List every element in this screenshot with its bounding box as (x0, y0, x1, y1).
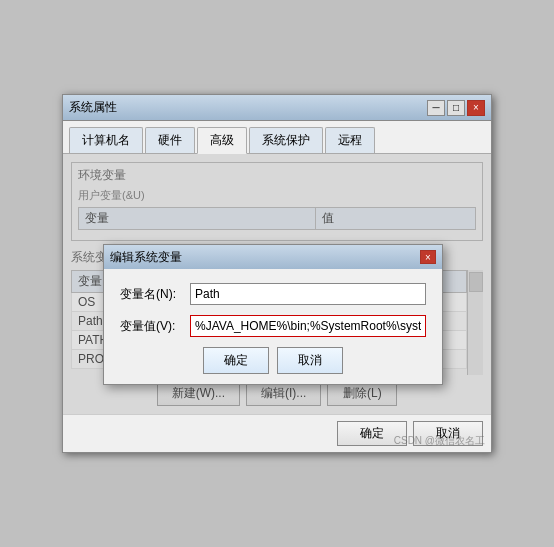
main-content: 环境变量 用户变量(&U) 变量 值 系统变量(S) (63, 154, 491, 414)
dialog-buttons: 确定 取消 (120, 347, 426, 374)
tab-hardware[interactable]: 硬件 (145, 127, 195, 153)
close-button[interactable]: × (467, 100, 485, 116)
dialog-close-button[interactable]: × (420, 250, 436, 264)
tab-system-protection[interactable]: 系统保护 (249, 127, 323, 153)
dialog-title: 编辑系统变量 (110, 249, 420, 266)
var-name-label: 变量名(N): (120, 286, 190, 303)
dialog-content: 变量名(N): 变量值(V): 确定 取消 (104, 269, 442, 384)
tabs-bar: 计算机名 硬件 高级 系统保护 远程 (63, 121, 491, 154)
dialog-ok-button[interactable]: 确定 (203, 347, 269, 374)
tab-remote[interactable]: 远程 (325, 127, 375, 153)
main-title-bar: 系统属性 ─ □ × (63, 95, 491, 121)
tab-computer-name[interactable]: 计算机名 (69, 127, 143, 153)
var-value-row: 变量值(V): (120, 315, 426, 337)
maximize-button[interactable]: □ (447, 100, 465, 116)
main-window: 系统属性 ─ □ × 计算机名 硬件 高级 系统保护 远程 环境变量 用户变量(… (62, 94, 492, 453)
watermark: CSDN @微信农名工 (394, 434, 485, 448)
title-bar-controls: ─ □ × (427, 100, 485, 116)
dialog-title-bar: 编辑系统变量 × (104, 245, 442, 269)
edit-sys-var-dialog: 编辑系统变量 × 变量名(N): 变量值(V): 确定 取消 (103, 244, 443, 385)
tab-advanced[interactable]: 高级 (197, 127, 247, 154)
main-title: 系统属性 (69, 99, 427, 116)
dialog-cancel-button[interactable]: 取消 (277, 347, 343, 374)
var-name-row: 变量名(N): (120, 283, 426, 305)
var-value-label: 变量值(V): (120, 318, 190, 335)
var-name-input[interactable] (190, 283, 426, 305)
var-value-input[interactable] (190, 315, 426, 337)
minimize-button[interactable]: ─ (427, 100, 445, 116)
